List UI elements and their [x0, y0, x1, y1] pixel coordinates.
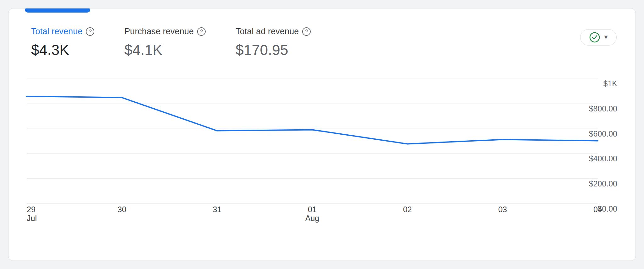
revenue-line-series — [27, 96, 598, 144]
metric-tab-total-ad-revenue[interactable]: Total ad revenue ? $170.95 — [236, 27, 311, 58]
help-icon[interactable]: ? — [302, 27, 311, 36]
metric-value: $4.3K — [31, 41, 94, 58]
x-axis-tick-label: 03 — [498, 205, 507, 214]
x-axis-month-label: Aug — [305, 214, 319, 223]
metrics-row: Total revenue ? $4.3K Purchase revenue ?… — [31, 27, 311, 58]
metric-label: Total revenue — [31, 27, 82, 36]
y-axis-tick-label: $800.00 — [589, 104, 617, 113]
metric-label: Total ad revenue — [236, 27, 299, 36]
metric-label-row: Purchase revenue ? — [124, 27, 206, 36]
y-axis-tick-label: $400.00 — [589, 154, 617, 163]
y-axis-tick-label: $1K — [603, 79, 618, 88]
metric-label-row: Total ad revenue ? — [236, 27, 311, 36]
x-axis-tick-label: 29 — [27, 205, 36, 214]
metric-tab-purchase-revenue[interactable]: Purchase revenue ? $4.1K — [124, 27, 206, 58]
metric-label-row: Total revenue ? — [31, 27, 94, 36]
x-axis-tick-label: 30 — [118, 205, 126, 214]
y-axis-tick-label: $200.00 — [589, 179, 617, 188]
revenue-line-chart[interactable]: $1K$800.00$600.00$400.00$200.00$0.0029Ju… — [8, 70, 636, 227]
x-axis-month-label: Jul — [27, 214, 37, 223]
x-axis-tick-label: 01 — [308, 205, 317, 214]
metric-value: $4.1K — [124, 41, 206, 58]
metric-label: Purchase revenue — [124, 27, 194, 36]
y-axis-tick-label: $600.00 — [589, 129, 617, 138]
x-axis-tick-label: 02 — [403, 205, 412, 214]
help-icon[interactable]: ? — [86, 27, 94, 36]
help-icon[interactable]: ? — [197, 27, 206, 36]
data-quality-dropdown-button[interactable]: ▾ — [580, 29, 617, 46]
metric-tab-total-revenue[interactable]: Total revenue ? $4.3K — [31, 27, 94, 58]
selected-metric-indicator — [25, 8, 90, 13]
metric-value: $170.95 — [236, 41, 311, 58]
x-axis-tick-label: 04 — [593, 205, 602, 214]
revenue-card: Total revenue ? $4.3K Purchase revenue ?… — [8, 8, 636, 261]
check-circle-icon — [589, 32, 600, 43]
chevron-down-icon: ▾ — [604, 34, 608, 40]
x-axis-tick-label: 31 — [213, 205, 221, 214]
